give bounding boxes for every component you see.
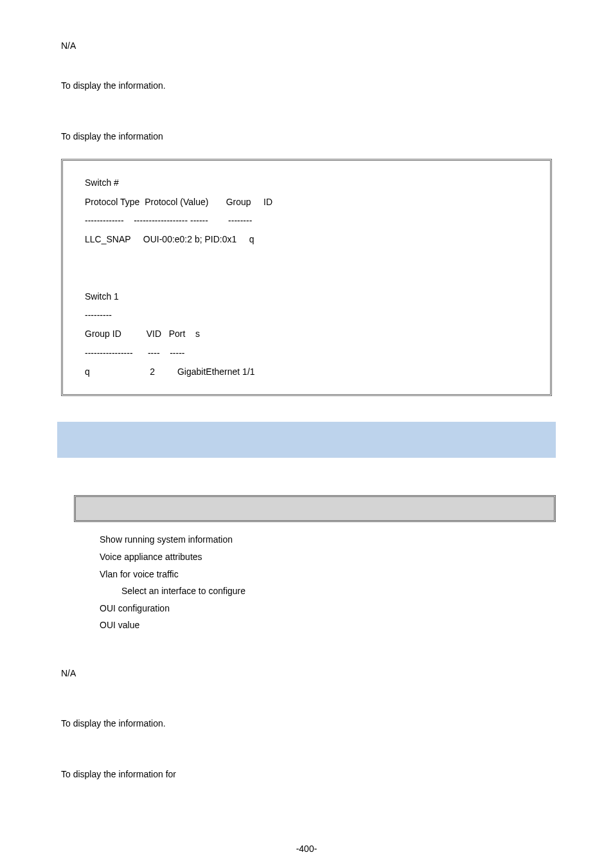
usage-after-2: information. bbox=[119, 718, 166, 728]
example-after: information bbox=[119, 131, 163, 141]
page-container: N/A To display the information. To displ… bbox=[0, 0, 613, 868]
help-item: Vlan for voice traffic bbox=[100, 566, 552, 583]
page-number-text: -400- bbox=[296, 844, 317, 854]
code-output-block: Switch # Protocol Type Protocol (Value) … bbox=[61, 159, 552, 396]
help-item-text: Show running system information bbox=[100, 534, 233, 545]
usage-line: To display the information. bbox=[61, 78, 552, 93]
help-item: Voice appliance attributes bbox=[100, 548, 552, 566]
help-list: Show running system information Voice ap… bbox=[100, 531, 552, 634]
help-item-text: OUI configuration bbox=[100, 603, 170, 613]
example-line: To display the information bbox=[61, 129, 552, 143]
example-before-2: To display the bbox=[61, 769, 119, 779]
help-item-text: Vlan for voice traffic bbox=[100, 569, 179, 579]
help-item-text: OUI value bbox=[100, 620, 139, 630]
help-item: Select an interface to configure bbox=[100, 583, 552, 600]
code-text: Switch # Protocol Type Protocol (Value) … bbox=[85, 177, 272, 377]
example-after-2: information for bbox=[119, 769, 176, 779]
default-value-text: N/A bbox=[61, 41, 76, 51]
help-item-text: Select an interface to configure bbox=[121, 586, 245, 596]
help-item: OUI configuration bbox=[100, 600, 552, 617]
usage-line-2: To display the information. bbox=[61, 716, 552, 730]
usage-before-2: To display the bbox=[61, 718, 119, 728]
default-value: N/A bbox=[61, 39, 552, 53]
example-line-2: To display the information for bbox=[61, 767, 552, 781]
help-item: Show running system information bbox=[100, 531, 552, 548]
help-item-text: Voice appliance attributes bbox=[100, 552, 202, 562]
default-value-2-text: N/A bbox=[61, 668, 76, 678]
page-number: -400- bbox=[0, 844, 613, 854]
section-heading-band bbox=[57, 422, 556, 458]
usage-before: To display the bbox=[61, 80, 119, 91]
subsection-title-bar bbox=[74, 495, 556, 522]
usage-after: information. bbox=[119, 80, 166, 91]
help-item: OUI value bbox=[100, 617, 552, 634]
default-value-2: N/A bbox=[61, 666, 552, 680]
example-before: To display the bbox=[61, 131, 119, 141]
